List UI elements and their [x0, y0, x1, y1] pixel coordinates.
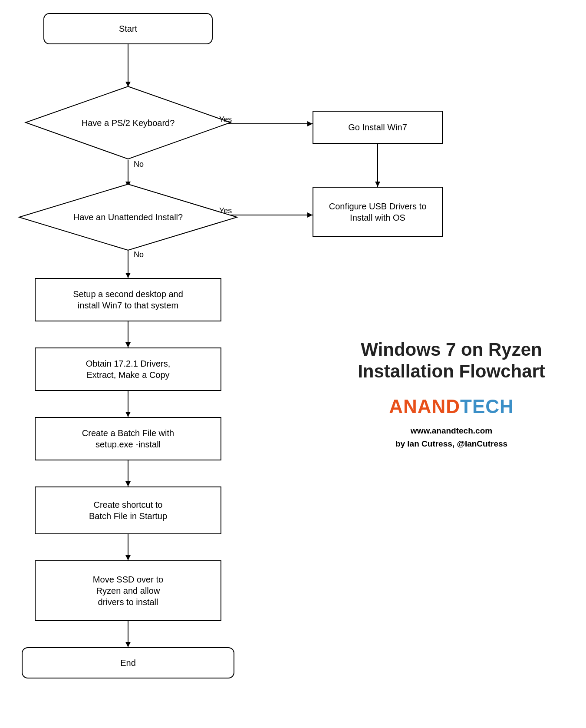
brand-a: A — [389, 396, 403, 417]
brand-url: www.anandtech.com — [352, 426, 551, 436]
start-box: Start — [43, 13, 213, 44]
brand-author: by Ian Cutress, @IanCutress — [352, 439, 551, 449]
configure-usb-label: Configure USB Drivers to Install with OS — [329, 201, 427, 223]
move-ssd-box: Move SSD over to Ryzen and allow drivers… — [35, 560, 221, 621]
yes-label-1: Yes — [219, 115, 232, 124]
create-batch-label: Create a Batch File with setup.exe -inst… — [82, 427, 174, 450]
svg-marker-9 — [307, 212, 313, 218]
setup-desktop-box: Setup a second desktop and install Win7 … — [35, 278, 221, 321]
create-batch-box: Create a Batch File with setup.exe -inst… — [35, 417, 221, 460]
no-label-1: No — [134, 160, 144, 169]
go-install-box: Go Install Win7 — [313, 111, 443, 144]
create-shortcut-box: Create shortcut to Batch File in Startup — [35, 486, 221, 534]
info-panel: Windows 7 on Ryzen Installation Flowchar… — [352, 339, 551, 449]
move-ssd-label: Move SSD over to Ryzen and allow drivers… — [93, 574, 163, 608]
svg-marker-19 — [125, 555, 131, 560]
svg-marker-15 — [125, 412, 131, 417]
diamond1: Have a PS/2 Keyboard? — [24, 85, 232, 161]
diamond2-label: Have an Unattended Install? — [73, 212, 183, 222]
svg-marker-7 — [375, 182, 380, 187]
flowchart-container: Start Have a PS/2 Keyboard? Yes Go Insta… — [0, 0, 586, 728]
brand-name: ANANDTECH — [352, 396, 551, 417]
diamond1-label: Have a PS/2 Keyboard? — [82, 118, 175, 128]
obtain-drivers-box: Obtain 17.2.1 Drivers, Extract, Make a C… — [35, 347, 221, 391]
svg-marker-21 — [125, 642, 131, 647]
svg-marker-13 — [125, 342, 131, 347]
diamond2: Have an Unattended Install? — [17, 182, 239, 252]
brand-nand: NAND — [403, 396, 460, 417]
obtain-drivers-label: Obtain 17.2.1 Drivers, Extract, Make a C… — [86, 358, 171, 381]
no-label-2: No — [134, 250, 144, 259]
svg-marker-11 — [125, 273, 131, 278]
brand-tech: TECH — [460, 396, 514, 417]
configure-usb-box: Configure USB Drivers to Install with OS — [313, 187, 443, 237]
setup-desktop-label: Setup a second desktop and install Win7 … — [73, 288, 183, 311]
yes-label-2: Yes — [219, 206, 232, 215]
svg-marker-17 — [125, 481, 131, 486]
info-title: Windows 7 on Ryzen Installation Flowchar… — [352, 339, 551, 383]
svg-marker-5 — [307, 121, 313, 126]
end-box: End — [22, 647, 234, 678]
create-shortcut-label: Create shortcut to Batch File in Startup — [89, 499, 167, 522]
